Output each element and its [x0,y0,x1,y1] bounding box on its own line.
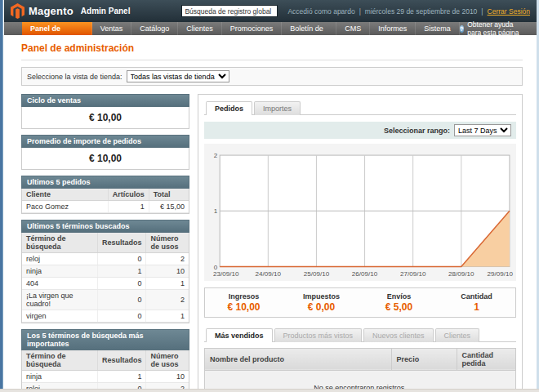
average-orders-box: Promedio de importe de pedidos € 10,00 [21,135,189,170]
last-orders-title: Ultimos 5 pedidos [21,176,189,189]
top-search-terms-table: Término de búsqueda Resultados Número de… [22,350,189,392]
nav-item-ventas[interactable]: Ventas [92,22,132,35]
stat-label: Envíos [360,292,438,301]
cell-items: 1 [108,201,149,213]
cell-results: 1 [97,265,146,278]
tab-nuevos-clientes[interactable]: Nuevos clientes [363,328,434,342]
tab-clientes[interactable]: Clientes [435,328,480,342]
page-content: Panel de administración Seleccione la vi… [4,35,537,392]
nav-item-informes[interactable]: Informes [370,22,416,35]
stat-label: Cantidad [438,292,515,301]
svg-text:29/09/10: 29/09/10 [488,270,514,278]
stat-value: 1 [438,301,515,313]
bestsellers-table: Nombre del producto Precio Cantidad pedi… [204,348,516,392]
logout-link[interactable]: Cerrar Sesión [488,7,530,16]
store-view-select[interactable]: Todas las vistas de tienda [127,70,229,82]
last-orders-box: Ultimos 5 pedidos Cliente Artículos Tota… [21,176,189,214]
current-date: miércoles 29 de septiembre de 2010 [365,7,478,16]
sales-lifetime-box: Ciclo de ventas € 10,00 [21,94,189,129]
last-search-terms-table: Término de búsqueda Resultados Número de… [22,233,189,323]
cell-results: 0 [97,253,146,265]
tab-pedidos[interactable]: Pedidos [206,101,252,115]
cell-term: 404 [22,278,97,290]
stat-value: € 10,00 [205,301,283,313]
cell-term: ¡La virgen que cuadro! [22,290,97,310]
col-header: Término de búsqueda [22,350,97,371]
svg-text:27/09/10: 27/09/10 [400,270,426,278]
nav-item-sistema[interactable]: Sistema [416,22,460,35]
stat-value: € 5,00 [360,301,438,313]
svg-text:28/09/10: 28/09/10 [448,270,474,278]
sales-lifetime-value: € 10,00 [22,107,189,128]
col-header: Número de usos [146,233,189,253]
nav-item-dashboard[interactable]: Panel de administración [22,22,92,35]
store-view-label: Seleccione la vista de tienda: [27,73,122,81]
stat-value: € 0,00 [283,301,360,313]
svg-text:1: 1 [214,207,218,215]
cell-uses: 2 [146,290,189,310]
cell-results: 1 [97,371,146,383]
nav-item-catalogo[interactable]: Catálogo [131,22,178,35]
range-select[interactable]: Last 7 Days [454,124,511,136]
orders-chart: 01223/09/1024/09/1025/09/1026/09/1027/09… [207,149,514,279]
svg-text:25/09/10: 25/09/10 [304,270,330,278]
col-header: Número de usos [146,350,189,371]
stat-cantidad: Cantidad 1 [438,292,515,313]
cell-uses: 10 [146,265,189,278]
col-header: Cliente [22,189,108,201]
table-row: ninja110 [22,371,189,383]
nav-item-promociones[interactable]: Promociones [222,22,283,35]
nav-item-clientes[interactable]: Clientes [178,22,222,35]
tab-productos-mas-vistos[interactable]: Productos más vistos [274,328,363,342]
cell-uses: 1 [146,310,189,323]
totals-bar: Ingresos € 10,00 Impuestos € 0,00 Envíos… [204,287,516,318]
range-toolbar: Seleccionar rango: Last 7 Days [204,122,516,139]
last-search-terms-title: Ultimos 5 términos buscados [21,220,189,233]
col-header: Resultados [97,233,146,253]
top-search-terms-title: Los 5 términos de búsqueda más important… [21,329,189,350]
help-icon: ? [460,25,465,33]
svg-text:23/09/10: 23/09/10 [213,270,239,278]
col-header: Precio [391,348,457,370]
table-row: ninja110 [22,265,189,278]
cell-results: 0 [97,278,146,290]
help-link[interactable]: ? Obtener ayuda para esta página [460,22,537,35]
nav-item-boletin[interactable]: Boletín de noticias [282,22,336,35]
sales-lifetime-title: Ciclo de ventas [21,94,189,107]
col-header: Cantidad pedida [457,348,515,370]
table-row: ¡La virgen que cuadro!02 [22,290,189,310]
window-frame-left [0,0,3,392]
orders-chart-container: 01223/09/1024/09/1025/09/1026/09/1027/09… [204,144,516,281]
cell-results: 0 [97,310,146,323]
nav-item-cms[interactable]: CMS [336,22,370,35]
cell-term: reloj [22,253,97,265]
global-search-input[interactable] [181,5,278,17]
table-row: Paco Gomez 1 € 15,00 [22,201,189,213]
window-frame-bottom [0,389,539,392]
cell-total: € 15,00 [149,201,189,213]
table-row: virgen01 [22,310,189,323]
cell-customer: Paco Gomez [22,201,108,213]
divider: | [481,7,483,16]
tab-mas-vendidos[interactable]: Más vendidos [206,328,273,342]
col-header: Término de búsqueda [22,233,97,253]
brand-suffix: Admin Panel [81,7,131,16]
svg-text:2: 2 [214,152,218,159]
dashboard-left-column: Ciclo de ventas € 10,00 Promedio de impo… [21,94,189,392]
range-label: Seleccionar rango: [384,127,450,135]
table-row: reloj02 [22,253,189,265]
average-orders-title: Promedio de importe de pedidos [21,135,189,148]
tab-importes[interactable]: Importes [254,101,301,115]
diagram-tabs: Pedidos Importes [204,100,516,115]
col-header: Total [149,189,189,201]
col-header: Nombre del producto [205,348,392,370]
average-orders-value: € 10,00 [22,148,189,169]
stat-ingresos: Ingresos € 10,00 [205,292,283,313]
logged-in-as: Accedió como apardo [287,7,354,16]
cell-results: 0 [97,290,146,310]
grids-tabs: Más vendidos Productos más vistos Nuevos… [204,327,516,342]
magento-logo: Magento Admin Panel [11,3,130,19]
stat-envios: Envíos € 5,00 [360,292,438,313]
cell-term: virgen [22,310,97,323]
svg-text:26/09/10: 26/09/10 [352,270,378,278]
